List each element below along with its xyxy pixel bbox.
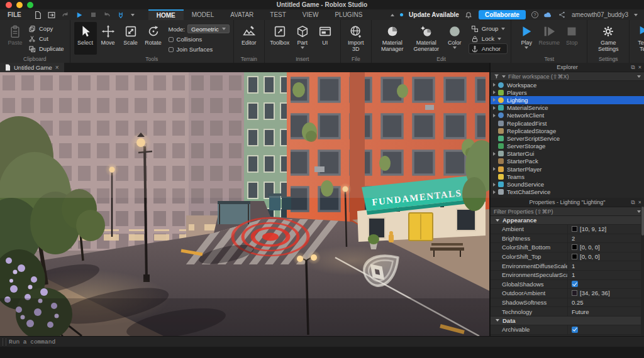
move-tool-button[interactable]: Move: [97, 22, 119, 55]
anchor-button[interactable]: Anchor: [469, 44, 507, 53]
close-tab-icon[interactable]: [55, 64, 59, 71]
notifications-bell-icon[interactable]: [465, 11, 473, 19]
collaborate-button[interactable]: Collaborate: [479, 10, 526, 19]
file-menu[interactable]: FILE: [0, 9, 29, 20]
drag-handle-icon[interactable]: [3, 339, 6, 345]
material-generator-button[interactable]: Material Generator: [409, 22, 443, 55]
open-file-icon[interactable]: [48, 11, 56, 19]
expand-arrow-icon[interactable]: [493, 90, 496, 94]
ui-button[interactable]: UI: [314, 22, 336, 55]
resume-button[interactable]: Resume: [538, 22, 560, 55]
color-button[interactable]: Color: [443, 22, 466, 55]
explorer-filter-input[interactable]: Filter workspace (⇧⌘X): [491, 72, 644, 81]
tab-model[interactable]: MODEL: [184, 9, 223, 20]
explorer-item-replicatedstorage[interactable]: ReplicatedStorage: [491, 127, 644, 134]
expand-arrow-icon[interactable]: [493, 106, 496, 110]
mode-dropdown[interactable]: Geometric: [187, 24, 230, 33]
stop-quick-icon[interactable]: [89, 11, 97, 19]
collisions-checkbox[interactable]: Collisions: [169, 35, 230, 44]
properties-header[interactable]: Properties - Lighting "Lighting": [491, 198, 644, 207]
cloud-sync-icon[interactable]: [544, 11, 552, 19]
tab-plugins[interactable]: PLUGINS: [326, 9, 370, 20]
close-panel-icon[interactable]: [638, 65, 641, 70]
username-label[interactable]: ameowth07_buddy3: [572, 11, 628, 18]
explorer-item-replicatedfirst[interactable]: ReplicatedFirst: [491, 119, 644, 127]
section-data[interactable]: Data: [491, 317, 644, 325]
property-row-ambient[interactable]: Ambient [10, 9, 12]: [491, 225, 644, 234]
explorer-item-starterpack[interactable]: StarterPack: [491, 158, 644, 165]
join-surfaces-checkbox[interactable]: Join Surfaces: [169, 45, 230, 54]
duplicate-button[interactable]: Duplicate: [26, 44, 66, 53]
explorer-item-workspace[interactable]: Workspace: [491, 81, 644, 89]
redo-icon[interactable]: [62, 11, 70, 19]
select-tool-button[interactable]: Select: [74, 22, 97, 55]
expand-arrow-icon[interactable]: [493, 114, 496, 117]
checkbox-checked-icon[interactable]: [572, 327, 578, 333]
property-row-shadowsoftness[interactable]: ShadowSoftness 0.25: [491, 298, 644, 308]
property-row-globalshadows[interactable]: GlobalShadows: [491, 280, 644, 290]
float-panel-icon[interactable]: [631, 65, 635, 70]
explorer-header[interactable]: Explorer: [491, 63, 644, 72]
explorer-item-serverstorage[interactable]: ServerStorage: [491, 143, 644, 150]
material-manager-button[interactable]: Material Manager: [375, 22, 409, 55]
play-button[interactable]: Play: [515, 22, 538, 55]
part-button[interactable]: Part: [291, 22, 314, 55]
copy-button[interactable]: Copy: [26, 24, 66, 33]
color-swatch[interactable]: [572, 254, 577, 259]
explorer-item-networkclient[interactable]: NetworkClient: [491, 112, 644, 119]
explorer-item-soundservice[interactable]: SoundService: [491, 180, 644, 188]
property-row-environmentspecularscale[interactable]: EnvironmentSpecularScale 1: [491, 271, 644, 280]
property-row-environmentdiffusescale[interactable]: EnvironmentDiffuseScale 1: [491, 261, 644, 271]
terrain-editor-button[interactable]: Editor: [238, 22, 260, 55]
explorer-item-starterplayer[interactable]: StarterPlayer: [491, 165, 644, 173]
new-file-icon[interactable]: [34, 11, 42, 19]
explorer-item-materialservice[interactable]: MaterialService: [491, 104, 644, 112]
explorer-item-textchatservice[interactable]: TextChatService: [491, 188, 644, 196]
paste-button[interactable]: Paste: [4, 22, 26, 55]
plugin-tool-icon[interactable]: [117, 11, 125, 19]
tab-view[interactable]: VIEW: [294, 9, 327, 20]
stop-button[interactable]: Stop: [560, 22, 583, 55]
explorer-item-lighting[interactable]: Lighting: [491, 96, 644, 104]
checkbox-checked-icon[interactable]: [572, 281, 578, 287]
tab-home[interactable]: HOME: [148, 9, 184, 20]
explorer-item-serverscriptservice[interactable]: ServerScriptService: [491, 134, 644, 142]
team-test-button[interactable]: Team Test: [633, 22, 644, 55]
explorer-item-teams[interactable]: Teams: [491, 173, 644, 180]
import-3d-button[interactable]: Import 3D: [345, 22, 367, 55]
float-panel-icon[interactable]: [631, 200, 635, 205]
cut-button[interactable]: Cut: [26, 34, 66, 43]
expand-arrow-icon[interactable]: [493, 83, 496, 87]
viewport-3d[interactable]: FUNDAMENTALS: [0, 72, 489, 336]
expand-arrow-icon[interactable]: [493, 190, 496, 194]
lock-button[interactable]: Lock: [469, 34, 507, 43]
color-swatch[interactable]: [572, 290, 577, 296]
color-swatch[interactable]: [572, 244, 577, 250]
update-available-label[interactable]: Update Available: [409, 11, 459, 18]
property-row-outdoorambient[interactable]: OutdoorAmbient [34, 26, 36]: [491, 289, 644, 298]
toolbox-button[interactable]: Toolbox: [269, 22, 291, 55]
command-input[interactable]: [9, 339, 644, 345]
account-chevron-icon[interactable]: [634, 14, 638, 16]
property-row-colorshift-bottom[interactable]: ColorShift_Bottom [0, 0, 0]: [491, 243, 644, 252]
property-row-colorshift-top[interactable]: ColorShift_Top [0, 0, 0]: [491, 252, 644, 262]
expand-arrow-icon[interactable]: [493, 98, 496, 102]
rotate-tool-button[interactable]: Rotate: [142, 22, 165, 55]
property-row-technology[interactable]: Technology Future: [491, 307, 644, 317]
share-icon[interactable]: [558, 11, 566, 19]
expand-arrow-icon[interactable]: [493, 167, 496, 171]
explorer-item-startergui[interactable]: StarterGui: [491, 150, 644, 158]
game-settings-button[interactable]: Game Settings: [591, 22, 625, 55]
expand-arrow-icon[interactable]: [493, 183, 496, 187]
property-row-brightness[interactable]: Brightness 2: [491, 234, 644, 244]
section-appearance[interactable]: Appearance: [491, 216, 644, 225]
properties-filter-input[interactable]: Filter Properties (⇧⌘P): [491, 207, 644, 216]
properties-scrollbar[interactable]: [641, 198, 644, 336]
group-button[interactable]: Group: [469, 24, 507, 33]
color-swatch[interactable]: [572, 226, 577, 232]
explorer-item-players[interactable]: Players: [491, 89, 644, 96]
scale-tool-button[interactable]: Scale: [119, 22, 142, 55]
expand-arrow-icon[interactable]: [493, 152, 496, 156]
property-row-archivable[interactable]: Archivable: [491, 325, 644, 335]
tab-test[interactable]: TEST: [262, 9, 294, 20]
